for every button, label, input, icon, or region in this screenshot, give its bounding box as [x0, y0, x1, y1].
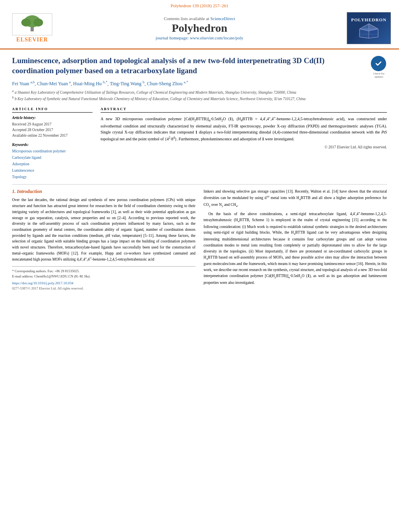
- svg-point-3: [33, 18, 43, 27]
- keywords-label: Keywords:: [12, 143, 93, 147]
- svg-point-12: [373, 58, 384, 69]
- keyword-2: Carboxylate ligand: [12, 154, 93, 161]
- elsevier-logo: ELSEVIER: [8, 13, 56, 43]
- affiliations: a a Shaanxi Key Laboratory of Comprehens…: [12, 89, 387, 102]
- abstract-copyright: © 2017 Elsevier Ltd. All rights reserved…: [101, 145, 387, 149]
- journal-citation: Polyhedron 139 (2018) 257–261: [171, 3, 228, 8]
- article-title: Luminescence, adsorption and topological…: [12, 56, 371, 76]
- elsevier-label: ELSEVIER: [16, 37, 48, 43]
- keyword-5: Topology: [12, 174, 93, 180]
- journal-title: Polyhedron: [56, 22, 343, 35]
- footer-copyright: 0277-5387/© 2017 Elsevier Ltd. All right…: [12, 286, 195, 290]
- abstract-label: ABSTRACT: [101, 107, 387, 113]
- article-history-label: Article history:: [12, 116, 93, 120]
- email-note: E-mail address: ChemHu1@NWU.EDU.CN (H.-M…: [12, 274, 195, 279]
- accepted-date: Accepted 28 October 2017: [12, 127, 93, 133]
- check-badge-label: Check for updates: [371, 72, 387, 79]
- introduction-heading: 1. Introduction: [12, 189, 195, 195]
- journal-homepage: journal homepage: www.elsevier.com/locat…: [56, 35, 343, 40]
- available-date: Available online 22 November 2017: [12, 133, 93, 138]
- keyword-3: Adsorption: [12, 161, 93, 167]
- abstract-text: A new 3D microporous coordination polyme…: [101, 116, 387, 142]
- introduction-body-right: linkers and showing selective gas storag…: [204, 189, 387, 286]
- introduction-body-left: Over the last decades, the rational desi…: [12, 197, 195, 262]
- polyhedron-logo: POLYHEDRON: [347, 12, 391, 44]
- footnote-section: * Corresponding authors. Fax: +86 29 815…: [12, 266, 195, 290]
- authors: Fei Yuan a,b, Chun-Mei Yuan a, Huai-Ming…: [12, 80, 387, 87]
- keyword-4: Luminescence: [12, 167, 93, 174]
- article-info-label: ARTICLE INFO: [12, 107, 93, 113]
- received-date: Received 29 August 2017: [12, 121, 93, 127]
- corresponding-author-note: * Corresponding authors. Fax: +86 29 815…: [12, 269, 195, 274]
- doi-link[interactable]: https://doi.org/10.1016/j.poly.2017.10.0…: [12, 281, 195, 285]
- svg-point-2: [21, 18, 31, 27]
- sciencedirect-text: Contents lists available at ScienceDirec…: [56, 16, 343, 21]
- check-for-updates-badge: Check for updates: [371, 56, 387, 76]
- keyword-1: Microporous coordination polymer: [12, 148, 93, 154]
